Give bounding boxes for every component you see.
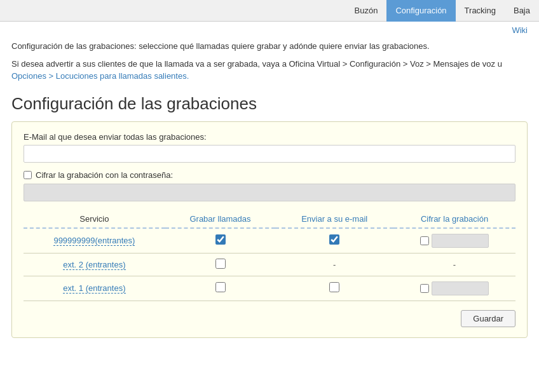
encrypt-password-row-0[interactable] <box>432 234 489 248</box>
info-line2: Si desea advertir a sus clientes de que … <box>11 58 528 83</box>
info-section: Configuración de las grabaciones: selecc… <box>0 36 539 83</box>
encrypt-input-group-2 <box>399 281 510 295</box>
services-table: Servicio Grabar llamadas Enviar a su e-m… <box>24 210 515 301</box>
email-input[interactable] <box>24 145 515 163</box>
encrypt-cell-0 <box>393 228 515 253</box>
email-label: E-Mail al que desea enviar todas las gra… <box>24 132 515 142</box>
info-line2-prefix: Si desea advertir a sus clientes de que … <box>11 59 502 69</box>
nav-tab-configuracion[interactable]: Configuración <box>386 0 455 22</box>
service-cell-2: ext. 1 (entrantes) <box>24 276 165 301</box>
service-link-0[interactable]: 999999999(entrantes) <box>53 236 135 246</box>
encrypt-checkbox-row: Cifrar la grabación con la contraseña: <box>24 170 515 180</box>
nav-tab-tracking[interactable]: Tracking <box>456 0 505 22</box>
service-link-2[interactable]: ext. 1 (entrantes) <box>63 283 125 294</box>
table-row: ext. 2 (entrantes)-- <box>24 253 515 276</box>
wiki-link[interactable]: Wiki <box>512 25 528 35</box>
top-navigation: Buzón Configuración Tracking Baja <box>0 0 539 22</box>
page-title: Configuración de las grabaciones <box>0 88 539 121</box>
encrypt-input-group-0 <box>399 234 510 248</box>
encrypt-cell-2 <box>393 276 515 301</box>
encrypt-password-row-2[interactable] <box>432 281 489 295</box>
record-cell-2 <box>165 276 276 301</box>
table-row: ext. 1 (entrantes) <box>24 276 515 301</box>
nav-tab-buzon[interactable]: Buzón <box>346 0 387 22</box>
col-encrypt: Cifrar la grabación <box>393 210 515 228</box>
form-box: E-Mail al que desea enviar todas las gra… <box>11 121 528 338</box>
record-cell-1 <box>165 253 276 276</box>
service-link-1[interactable]: ext. 2 (entrantes) <box>63 260 125 270</box>
table-header-row: Servicio Grabar llamadas Enviar a su e-m… <box>24 210 515 228</box>
record-checkbox-1[interactable] <box>215 259 226 269</box>
col-service: Servicio <box>24 210 165 228</box>
table-row: 999999999(entrantes) <box>24 228 515 253</box>
encrypt-password-input[interactable] <box>24 184 515 201</box>
encrypt-row-checkbox-0[interactable] <box>420 236 429 245</box>
send-email-checkbox-2[interactable] <box>329 282 339 292</box>
col-send-email: Enviar a su e-mail <box>275 210 393 228</box>
send-email-checkbox-0[interactable] <box>329 234 339 245</box>
save-row: Guardar <box>24 310 515 327</box>
info-line1: Configuración de las grabaciones: selecc… <box>11 40 528 53</box>
record-checkbox-2[interactable] <box>215 282 226 292</box>
encrypt-row-checkbox-2[interactable] <box>420 284 429 293</box>
send-email-cell-0 <box>275 228 393 253</box>
service-cell-0: 999999999(entrantes) <box>24 228 165 253</box>
encrypt-checkbox[interactable] <box>24 171 32 179</box>
send-email-cell-2 <box>275 276 393 301</box>
record-checkbox-0[interactable] <box>215 234 226 245</box>
info-line2-link[interactable]: Opciones > Locuciones para llamadas sali… <box>11 71 189 81</box>
nav-tab-baja[interactable]: Baja <box>505 0 539 22</box>
col-record-calls: Grabar llamadas <box>165 210 276 228</box>
save-button[interactable]: Guardar <box>461 310 515 327</box>
wiki-bar: Wiki <box>0 22 539 36</box>
encrypt-label[interactable]: Cifrar la grabación con la contraseña: <box>36 170 173 180</box>
service-cell-1: ext. 2 (entrantes) <box>24 253 165 276</box>
record-cell-0 <box>165 228 276 253</box>
send-email-cell-1: - <box>275 253 393 276</box>
encrypt-cell-1: - <box>393 253 515 276</box>
